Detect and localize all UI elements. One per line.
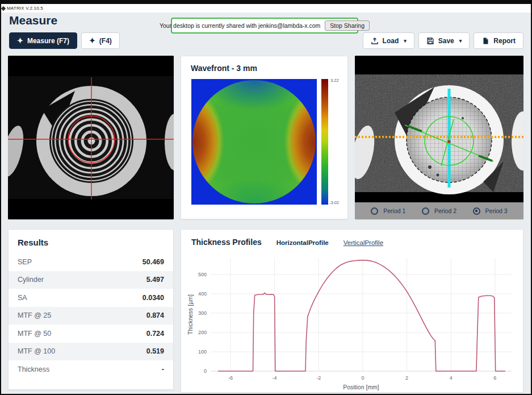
report-label: Report [493,37,516,45]
result-label: MTF @ 100 [18,347,55,355]
load-label: Load [383,37,399,45]
wavefront-map[interactable] [191,79,317,205]
svg-text:500: 500 [198,272,207,277]
svg-text:2: 2 [405,375,408,381]
window-titlebar [0,0,532,4]
save-button[interactable]: Save ▾ [418,32,470,49]
load-icon [371,37,379,45]
chevron-down-icon: ▾ [459,38,462,44]
svg-text:-2: -2 [316,375,321,381]
sharing-banner-text: Your desktop is currently shared with je… [160,22,320,29]
tab-horizontal-profile[interactable]: HorizontalProfile [277,239,329,246]
svg-text:0: 0 [204,368,207,374]
radio-icon [371,207,378,215]
period-2-radio[interactable]: Period 2 [422,207,456,215]
result-label: SA [18,294,27,302]
result-label: MTF @ 25 [18,311,51,319]
stop-sharing-button[interactable]: Stop Sharing [325,20,370,31]
period-1-label: Period 1 [383,207,405,214]
result-value: 0.874 [146,311,164,319]
wavefront-title: Wavefront - 3 mm [191,64,257,73]
svg-text:0: 0 [361,375,364,381]
wavefront-circle [192,80,316,203]
period-3-label: Period 3 [485,207,508,214]
report-button[interactable]: Report [474,32,523,49]
table-row: SA 0.0340 [9,289,173,307]
result-value: 0.0340 [143,294,164,302]
results-title: Results [9,230,173,253]
wavefront-panel: Wavefront - 3 mm 3.22 -3.02 [181,56,348,219]
thickness-profile-chart: 0100200300400500-6-4-20246Position [mm]T… [186,250,520,393]
table-row: Cylinder 5.497 [9,271,173,289]
table-row: MTF @ 100 0.519 [9,343,173,361]
load-button[interactable]: Load ▾ [363,32,414,49]
svg-text:Position [mm]: Position [mm] [343,384,379,390]
result-value: - [162,365,164,373]
svg-text:4: 4 [450,375,453,381]
window-title: MATRIX V.2.10.5 [7,6,43,11]
result-value: 0.724 [146,330,164,338]
camera-image[interactable] [355,56,523,202]
result-label: Cylinder [18,276,44,284]
svg-text:6: 6 [493,375,496,381]
svg-text:Thickness [µm]: Thickness [µm] [187,294,194,335]
camera-image-graphic [355,56,523,202]
results-table: SEP 50.469 Cylinder 5.497 SA 0.0340 MTF … [9,253,173,379]
interferogram-image-panel[interactable] [8,56,174,219]
save-label: Save [438,37,454,45]
result-value: 50.469 [143,258,164,266]
sparkle-icon: ✦ [89,37,95,44]
result-label: SEP [18,258,32,266]
thickness-profile-chart-svg: 0100200300400500-6-4-20246Position [mm]T… [186,250,520,391]
report-icon [481,37,489,45]
table-row: MTF @ 25 0.874 [9,307,173,325]
radio-icon [473,207,480,215]
app-strip: MATRIX V.2.10.5 [0,4,532,13]
result-label: Thickness [18,365,49,373]
page-title: Measure [9,14,57,27]
save-icon [426,37,434,45]
result-value: 0.519 [146,347,164,355]
tab-vertical-profile[interactable]: VerticalProfile [344,239,383,246]
colorbar-min-label: -3.02 [329,200,339,205]
table-row: Thickness - [9,360,173,379]
measure-f7-label: Measure (F7) [27,37,69,45]
svg-text:200: 200 [198,330,207,335]
measure-toolbar: ✦ Measure (F7) ✦ (F4) [9,32,120,49]
svg-text:-6: -6 [228,375,233,381]
app-logo-icon [1,6,6,10]
table-row: SEP 50.469 [9,253,173,271]
measure-f4-button[interactable]: ✦ (F4) [81,32,120,49]
radio-icon [422,207,429,215]
table-row: MTF @ 50 0.724 [9,325,173,343]
file-toolbar: Load ▾ Save ▾ Report [363,32,523,49]
profiles-title: Thickness Profiles [191,238,262,247]
camera-image-panel: Period 1 Period 2 Period 3 [355,56,523,219]
sparkle-icon: ✦ [17,37,23,44]
period-2-label: Period 2 [434,207,456,214]
wavefront-colorbar [321,79,328,205]
profiles-header: Thickness Profiles HorizontalProfile Ver… [191,238,383,247]
period-selector-bar: Period 1 Period 2 Period 3 [355,202,523,219]
svg-text:400: 400 [198,291,207,297]
measure-f7-button[interactable]: ✦ Measure (F7) [9,32,77,49]
result-value: 5.497 [146,276,164,284]
thickness-profiles-panel: Thickness Profiles HorizontalProfile Ver… [181,229,523,393]
chevron-down-icon: ▾ [404,38,407,44]
results-panel: Results SEP 50.469 Cylinder 5.497 SA 0.0… [8,229,174,390]
period-1-radio[interactable]: Period 1 [371,207,405,215]
result-label: MTF @ 50 [18,330,51,338]
svg-text:100: 100 [198,349,207,355]
period-3-radio[interactable]: Period 3 [473,207,508,215]
svg-text:-4: -4 [273,375,277,381]
interferogram-image [8,56,174,219]
svg-text:300: 300 [198,310,207,316]
colorbar-max-label: 3.22 [330,78,339,83]
measure-f4-label: (F4) [99,37,112,45]
desktop-sharing-banner: Your desktop is currently shared with je… [171,18,358,34]
